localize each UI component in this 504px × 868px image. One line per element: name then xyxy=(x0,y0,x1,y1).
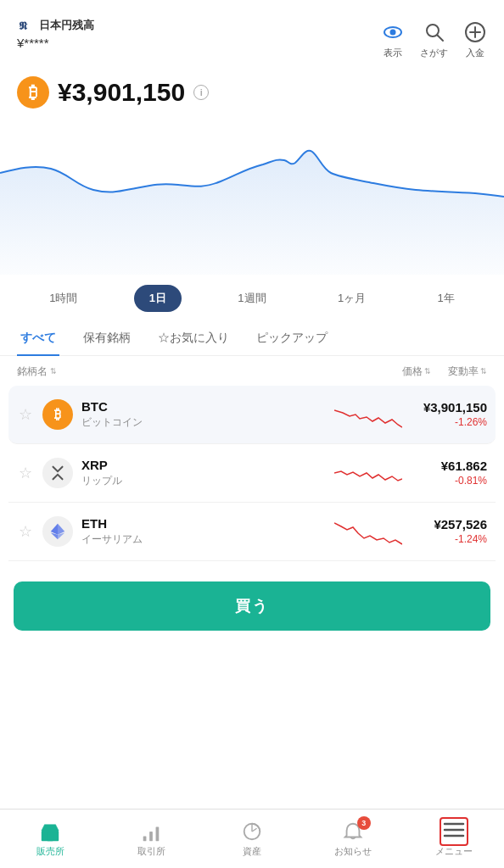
xrp-name: リップル xyxy=(81,474,326,488)
eth-price-section: ¥257,526 -1.24% xyxy=(411,517,487,545)
info-icon[interactable]: i xyxy=(193,85,209,100)
tab-favorites[interactable]: ☆お気に入り xyxy=(154,322,232,356)
chart-svg xyxy=(0,122,504,275)
notifications-icon: 3 xyxy=(342,821,364,843)
time-btn-1y[interactable]: 1年 xyxy=(423,285,470,312)
btc-ticker: BTC xyxy=(81,399,326,414)
column-price[interactable]: 価格 ⇅ xyxy=(402,364,431,379)
name-column-label: 銘柄名 xyxy=(17,364,48,379)
header: 𝕹 日本円残高 ¥***** 表示 さがす xyxy=(0,0,504,68)
btc-icon: ₿ xyxy=(17,76,49,108)
eth-change: -1.24% xyxy=(411,533,487,545)
xrp-ticker: XRP xyxy=(81,458,326,472)
xrp-info: XRP リップル xyxy=(81,458,326,488)
nav-exchange[interactable]: 取引所 xyxy=(101,814,202,865)
show-button[interactable]: 表示 xyxy=(381,20,405,59)
price-sort-icon: ⇅ xyxy=(424,368,431,376)
change-column-label: 変動率 xyxy=(448,364,479,379)
exchange-icon xyxy=(140,821,162,843)
column-change[interactable]: 変動率 ⇅ xyxy=(448,364,487,379)
time-btn-1w[interactable]: 1週間 xyxy=(222,285,281,312)
table-row[interactable]: ☆ ETH イーサリアム ¥257,526 -1.24% xyxy=(8,503,496,561)
deposit-label: 入金 xyxy=(466,47,484,59)
btc-name: ビットコイン xyxy=(81,415,326,430)
deposit-button[interactable]: 入金 xyxy=(463,20,487,59)
eth-coin-icon xyxy=(42,516,73,547)
svg-rect-16 xyxy=(156,826,160,841)
search-icon xyxy=(423,20,446,44)
btc-price-section: ₿ ¥3,901,150 i xyxy=(0,68,504,114)
tab-pickup[interactable]: ピックアップ xyxy=(253,322,331,356)
column-name[interactable]: 銘柄名 ⇅ xyxy=(17,364,57,379)
chart-area xyxy=(0,151,504,275)
deposit-icon xyxy=(463,20,487,44)
buy-button[interactable]: 買う xyxy=(14,581,490,631)
eth-price: ¥257,526 xyxy=(411,517,487,531)
time-filter: 1時間 1日 1週間 1ヶ月 1年 xyxy=(0,275,504,322)
menu-border xyxy=(440,817,468,846)
notification-badge: 3 xyxy=(357,816,371,830)
eth-info: ETH イーサリアム xyxy=(81,516,326,547)
xrp-coin-icon xyxy=(42,458,73,488)
svg-rect-13 xyxy=(48,832,53,840)
nav-menu[interactable]: メニュー xyxy=(403,814,504,865)
tab-holdings[interactable]: 保有銘柄 xyxy=(80,322,134,356)
eye-icon xyxy=(381,20,405,44)
eth-logo xyxy=(48,522,67,541)
btc-info: BTC ビットコイン xyxy=(81,399,326,430)
assets-svg xyxy=(241,821,263,843)
menu-icon xyxy=(443,821,465,843)
btc-mini-chart xyxy=(334,398,402,431)
eth-ticker: ETH xyxy=(81,516,326,531)
balance-value: ¥***** xyxy=(17,36,94,50)
buy-section: 買う xyxy=(0,568,504,641)
nav-assets[interactable]: 資産 xyxy=(202,814,303,865)
coin-list: ☆ ₿ BTC ビットコイン ¥3,901,150 -1.26% ☆ xyxy=(0,386,504,561)
hamburger-svg xyxy=(443,821,465,839)
svg-point-2 xyxy=(390,30,396,36)
exchange-svg xyxy=(140,821,162,843)
xrp-mini-chart xyxy=(334,456,402,490)
eth-star-icon[interactable]: ☆ xyxy=(17,522,34,541)
search-label: さがす xyxy=(420,47,448,59)
price-chart xyxy=(0,122,504,275)
time-btn-1h[interactable]: 1時間 xyxy=(34,285,92,312)
name-sort-icon: ⇅ xyxy=(50,368,57,376)
xrp-price-section: ¥61.862 -0.81% xyxy=(411,459,487,487)
change-sort-icon: ⇅ xyxy=(480,368,487,376)
table-row[interactable]: ☆ ₿ BTC ビットコイン ¥3,901,150 -1.26% xyxy=(8,386,496,444)
header-left: 𝕹 日本円残高 ¥***** xyxy=(17,17,94,50)
btc-change: -1.26% xyxy=(411,416,487,428)
btc-price-section-row: ¥3,901,150 -1.26% xyxy=(411,400,487,428)
xrp-star-icon[interactable]: ☆ xyxy=(17,464,34,482)
bottom-nav: 販売所 取引所 資産 xyxy=(0,809,504,868)
app-logo-icon: 𝕹 xyxy=(17,17,34,34)
assets-icon xyxy=(241,821,263,843)
assets-label: 資産 xyxy=(243,845,261,858)
nav-notifications[interactable]: 3 お知らせ xyxy=(302,814,403,865)
show-label: 表示 xyxy=(384,47,402,59)
nav-store[interactable]: 販売所 xyxy=(0,814,101,865)
tab-all[interactable]: すべて xyxy=(17,322,59,356)
balance-title: 日本円残高 xyxy=(39,18,94,33)
store-icon xyxy=(39,821,61,843)
time-btn-1d[interactable]: 1日 xyxy=(134,285,182,312)
time-btn-1m[interactable]: 1ヶ月 xyxy=(322,285,381,312)
exchange-label: 取引所 xyxy=(137,845,165,858)
btc-star-icon[interactable]: ☆ xyxy=(17,405,34,424)
table-header-right: 価格 ⇅ 変動率 ⇅ xyxy=(402,364,487,379)
balance-label: 𝕹 日本円残高 xyxy=(17,17,94,34)
btc-price: ¥3,901,150 xyxy=(411,400,487,415)
xrp-price: ¥61.862 xyxy=(411,459,487,473)
menu-label: メニュー xyxy=(435,845,473,858)
tab-filter: すべて 保有銘柄 ☆お気に入り ピックアップ xyxy=(0,322,504,356)
svg-line-4 xyxy=(437,36,443,42)
table-row[interactable]: ☆ XRP リップル ¥61.862 -0.81% xyxy=(8,444,496,503)
notifications-label: お知らせ xyxy=(334,845,372,858)
price-column-label: 価格 xyxy=(402,364,423,379)
xrp-change: -0.81% xyxy=(411,475,487,487)
xrp-logo xyxy=(48,464,67,482)
eth-name: イーサリアム xyxy=(81,532,326,547)
table-header: 銘柄名 ⇅ 価格 ⇅ 変動率 ⇅ xyxy=(0,356,504,386)
search-button[interactable]: さがす xyxy=(420,20,448,59)
